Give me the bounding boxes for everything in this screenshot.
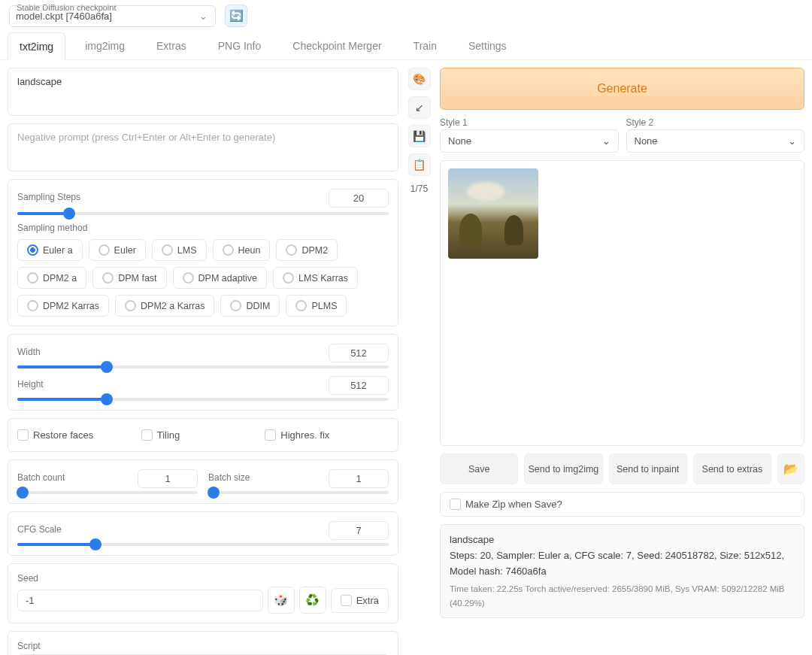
sampling-steps-label: Sampling Steps xyxy=(17,192,80,202)
tab-img2img[interactable]: img2img xyxy=(73,32,137,59)
folder-icon: 📂 xyxy=(783,462,798,476)
sampler-radio-lms-karras[interactable]: LMS Karras xyxy=(273,267,358,289)
sampler-radio-dpm-fast[interactable]: DPM fast xyxy=(92,267,166,289)
generated-image[interactable] xyxy=(448,168,538,259)
batch-size-slider[interactable] xyxy=(208,491,389,494)
seed-input[interactable]: -1 xyxy=(17,590,263,611)
style2-label: Style 2 xyxy=(626,117,805,128)
sampling-steps-slider[interactable] xyxy=(17,212,389,215)
sampling-panel: Sampling Steps 20 Sampling method Euler … xyxy=(8,179,398,326)
output-preview xyxy=(440,160,804,446)
width-label: Width xyxy=(17,347,41,357)
info-timing: Time taken: 22.25s Torch active/reserved… xyxy=(450,582,795,610)
main-tabs: txt2img img2img Extras PNG Info Checkpoi… xyxy=(0,32,812,60)
batch-panel: Batch count 1 Batch size 1 xyxy=(8,459,398,504)
palette-button[interactable]: 🎨 xyxy=(408,68,431,90)
sampler-radio-dpm2-a-karras[interactable]: DPM2 a Karras xyxy=(115,295,214,317)
seed-label: Seed xyxy=(17,573,389,584)
cfg-value[interactable]: 7 xyxy=(329,521,389,540)
clipboard-icon: 📋 xyxy=(413,159,426,171)
send-to-inpaint-button[interactable]: Send to inpaint xyxy=(609,453,687,484)
height-label: Height xyxy=(17,379,44,390)
interrogate-button[interactable]: ↙ xyxy=(408,96,431,119)
chevron-down-icon: ⌄ xyxy=(602,135,611,147)
save-style-button[interactable]: 💾 xyxy=(408,125,431,147)
seed-extra-checkbox[interactable]: Extra xyxy=(331,588,389,613)
random-seed-button[interactable]: 🎲 xyxy=(268,587,295,614)
palette-icon: 🎨 xyxy=(413,73,426,85)
script-label: Script xyxy=(17,641,389,651)
chevron-down-icon: ⌄ xyxy=(788,135,796,147)
sampler-radio-dpm-adaptive[interactable]: DPM adaptive xyxy=(173,267,268,289)
batch-size-label: Batch size xyxy=(208,472,250,483)
sampler-radio-ddim[interactable]: DDIM xyxy=(220,295,280,317)
sampler-radio-dpm2[interactable]: DPM2 xyxy=(276,239,338,261)
sampler-radio-dpm2-a[interactable]: DPM2 a xyxy=(17,267,86,289)
dice-icon: 🎲 xyxy=(274,593,288,607)
refresh-checkpoint-button[interactable]: 🔄 xyxy=(225,5,247,27)
tab-extras[interactable]: Extras xyxy=(144,32,198,59)
tab-txt2img[interactable]: txt2img xyxy=(8,32,65,60)
script-panel: Script None⌄ xyxy=(8,631,398,655)
info-prompt: landscape xyxy=(450,532,795,548)
tab-train[interactable]: Train xyxy=(401,32,449,59)
height-slider[interactable] xyxy=(17,398,389,401)
restore-faces-checkbox[interactable]: Restore faces xyxy=(17,428,141,442)
open-folder-button[interactable]: 📂 xyxy=(777,453,804,484)
sampler-radio-dpm2-karras[interactable]: DPM2 Karras xyxy=(17,295,109,317)
tab-checkpoint-merger[interactable]: Checkpoint Merger xyxy=(280,32,393,59)
tiling-checkbox[interactable]: Tiling xyxy=(141,428,265,442)
negative-prompt-input[interactable]: Negative prompt (press Ctrl+Enter or Alt… xyxy=(8,123,398,171)
arrow-icon: ↙ xyxy=(415,102,424,114)
prompt-input[interactable]: landscape xyxy=(8,68,398,116)
sampling-method-label: Sampling method xyxy=(17,223,389,233)
reuse-seed-button[interactable]: ♻️ xyxy=(299,587,326,614)
sampling-steps-value[interactable]: 20 xyxy=(329,189,389,208)
batch-count-label: Batch count xyxy=(17,472,65,483)
cfg-label: CFG Scale xyxy=(17,524,62,535)
tab-settings[interactable]: Settings xyxy=(456,32,519,59)
batch-count-slider[interactable] xyxy=(17,491,198,494)
tab-pnginfo[interactable]: PNG Info xyxy=(206,32,274,59)
checkpoint-value: model.ckpt [7460a6fa] xyxy=(16,11,112,22)
floppy-icon: 💾 xyxy=(413,130,426,142)
generate-button[interactable]: Generate xyxy=(440,68,804,110)
sampler-radio-euler-a[interactable]: Euler a xyxy=(17,239,83,261)
cfg-slider[interactable] xyxy=(17,543,389,546)
width-value[interactable]: 512 xyxy=(329,344,389,362)
info-params: Steps: 20, Sampler: Euler a, CFG scale: … xyxy=(450,548,795,580)
sampling-method-radios: Euler aEulerLMSHeunDPM2DPM2 aDPM fastDPM… xyxy=(17,239,389,317)
highres-fix-checkbox[interactable]: Highres. fix xyxy=(265,428,389,442)
token-counter: 1/75 xyxy=(411,183,428,194)
batch-count-value[interactable]: 1 xyxy=(138,469,198,488)
clipboard-button[interactable]: 📋 xyxy=(408,153,431,176)
width-slider[interactable] xyxy=(17,365,389,368)
zip-checkbox[interactable]: Make Zip when Save? xyxy=(440,492,804,517)
cfg-panel: CFG Scale 7 xyxy=(8,511,398,556)
save-button[interactable]: Save xyxy=(440,453,518,484)
sampler-radio-heun[interactable]: Heun xyxy=(213,239,271,261)
height-value[interactable]: 512 xyxy=(329,376,389,395)
refresh-icon: 🔄 xyxy=(229,9,244,23)
send-to-img2img-button[interactable]: Send to img2img xyxy=(524,453,602,484)
style1-label: Style 1 xyxy=(440,117,619,128)
sampler-radio-lms[interactable]: LMS xyxy=(152,239,207,261)
seed-panel: Seed -1 🎲 ♻️ Extra xyxy=(8,563,398,623)
send-to-extras-button[interactable]: Send to extras xyxy=(693,453,771,484)
batch-size-value[interactable]: 1 xyxy=(329,469,389,488)
generation-info: landscape Steps: 20, Sampler: Euler a, C… xyxy=(440,524,804,618)
options-panel: Restore faces Tiling Highres. fix xyxy=(8,418,398,452)
style2-select[interactable]: None⌄ xyxy=(626,129,805,153)
recycle-icon: ♻️ xyxy=(305,593,320,607)
dimensions-panel: Width 512 Height 512 xyxy=(8,334,398,411)
chevron-down-icon: ⌄ xyxy=(199,11,208,22)
sampler-radio-plms[interactable]: PLMS xyxy=(286,295,347,317)
checkpoint-selector[interactable]: Stable Diffusion checkpoint model.ckpt [… xyxy=(9,5,216,27)
style1-select[interactable]: None⌄ xyxy=(440,129,619,153)
sampler-radio-euler[interactable]: Euler xyxy=(89,239,146,261)
